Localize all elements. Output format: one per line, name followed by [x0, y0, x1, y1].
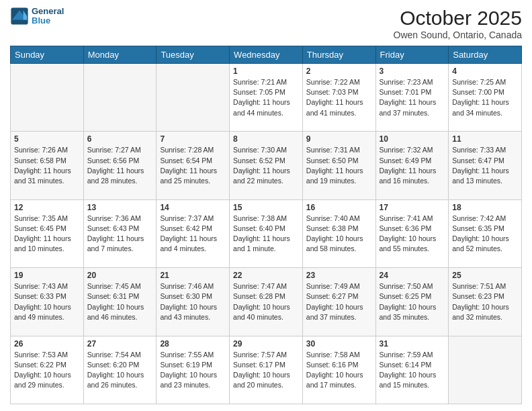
day-of-week-header: Friday — [375, 46, 449, 64]
day-info: Sunrise: 7:55 AM Sunset: 6:19 PM Dayligh… — [160, 350, 226, 391]
day-info: Sunrise: 7:50 AM Sunset: 6:25 PM Dayligh… — [380, 281, 445, 322]
calendar-day-cell — [449, 336, 522, 404]
day-info: Sunrise: 7:40 AM Sunset: 6:38 PM Dayligh… — [306, 214, 372, 255]
calendar-day-cell: 23Sunrise: 7:49 AM Sunset: 6:27 PM Dayli… — [302, 268, 375, 336]
calendar-day-cell: 19Sunrise: 7:43 AM Sunset: 6:33 PM Dayli… — [11, 268, 84, 336]
day-number: 1 — [233, 66, 299, 76]
day-number: 22 — [233, 271, 299, 280]
calendar-day-cell: 17Sunrise: 7:41 AM Sunset: 6:36 PM Dayli… — [375, 199, 449, 267]
calendar-day-cell: 29Sunrise: 7:57 AM Sunset: 6:17 PM Dayli… — [230, 336, 303, 404]
calendar-day-cell: 25Sunrise: 7:51 AM Sunset: 6:23 PM Dayli… — [449, 268, 522, 336]
day-info: Sunrise: 7:43 AM Sunset: 6:33 PM Dayligh… — [14, 281, 80, 322]
calendar-week-row: 1Sunrise: 7:21 AM Sunset: 7:05 PM Daylig… — [11, 64, 522, 132]
calendar-day-cell: 7Sunrise: 7:28 AM Sunset: 6:54 PM Daylig… — [157, 132, 230, 199]
day-info: Sunrise: 7:41 AM Sunset: 6:36 PM Dayligh… — [380, 214, 445, 255]
calendar-day-cell: 15Sunrise: 7:38 AM Sunset: 6:40 PM Dayli… — [230, 199, 303, 267]
day-number: 21 — [160, 271, 226, 280]
day-number: 7 — [160, 134, 226, 144]
day-of-week-header: Saturday — [449, 46, 522, 64]
day-info: Sunrise: 7:58 AM Sunset: 6:16 PM Dayligh… — [306, 350, 372, 391]
day-info: Sunrise: 7:33 AM Sunset: 6:47 PM Dayligh… — [452, 145, 518, 186]
day-info: Sunrise: 7:22 AM Sunset: 7:03 PM Dayligh… — [306, 77, 372, 118]
day-number: 12 — [14, 203, 80, 212]
day-number: 4 — [452, 66, 518, 76]
day-number: 8 — [233, 134, 299, 144]
calendar-day-cell: 30Sunrise: 7:58 AM Sunset: 6:16 PM Dayli… — [302, 336, 375, 404]
subtitle: Owen Sound, Ontario, Canada — [394, 30, 522, 40]
day-number: 15 — [233, 203, 299, 212]
calendar-day-cell: 20Sunrise: 7:45 AM Sunset: 6:31 PM Dayli… — [83, 268, 157, 336]
day-number: 18 — [452, 203, 518, 212]
day-number: 11 — [452, 134, 518, 144]
title-block: October 2025 Owen Sound, Ontario, Canada — [394, 7, 522, 40]
day-number: 17 — [380, 203, 445, 212]
calendar-day-cell: 26Sunrise: 7:53 AM Sunset: 6:22 PM Dayli… — [11, 336, 84, 404]
day-of-week-header: Tuesday — [157, 46, 230, 64]
calendar-day-cell: 24Sunrise: 7:50 AM Sunset: 6:25 PM Dayli… — [375, 268, 449, 336]
day-of-week-header: Sunday — [11, 46, 84, 64]
day-info: Sunrise: 7:26 AM Sunset: 6:58 PM Dayligh… — [14, 145, 80, 186]
day-number: 10 — [380, 134, 445, 144]
calendar-day-cell: 9Sunrise: 7:31 AM Sunset: 6:50 PM Daylig… — [302, 132, 375, 199]
calendar-week-row: 19Sunrise: 7:43 AM Sunset: 6:33 PM Dayli… — [11, 268, 522, 336]
day-of-week-header: Thursday — [302, 46, 375, 64]
day-number: 31 — [380, 339, 445, 349]
day-info: Sunrise: 7:47 AM Sunset: 6:28 PM Dayligh… — [233, 281, 299, 322]
calendar-day-cell — [157, 64, 230, 132]
day-number: 9 — [306, 134, 372, 144]
day-number: 23 — [306, 271, 372, 280]
day-number: 28 — [160, 339, 226, 349]
day-info: Sunrise: 7:36 AM Sunset: 6:43 PM Dayligh… — [87, 214, 153, 255]
day-info: Sunrise: 7:59 AM Sunset: 6:14 PM Dayligh… — [380, 350, 445, 391]
calendar-day-cell: 8Sunrise: 7:30 AM Sunset: 6:52 PM Daylig… — [230, 132, 303, 199]
day-number: 2 — [306, 66, 372, 76]
day-info: Sunrise: 7:27 AM Sunset: 6:56 PM Dayligh… — [87, 145, 153, 186]
calendar-day-cell: 5Sunrise: 7:26 AM Sunset: 6:58 PM Daylig… — [11, 132, 84, 199]
calendar-day-cell: 2Sunrise: 7:22 AM Sunset: 7:03 PM Daylig… — [302, 64, 375, 132]
calendar-day-cell: 11Sunrise: 7:33 AM Sunset: 6:47 PM Dayli… — [449, 132, 522, 199]
page: General Blue October 2025 Owen Sound, On… — [0, 0, 532, 411]
calendar-day-cell: 21Sunrise: 7:46 AM Sunset: 6:30 PM Dayli… — [157, 268, 230, 336]
day-number: 27 — [87, 339, 153, 349]
calendar-day-cell — [11, 64, 84, 132]
day-info: Sunrise: 7:53 AM Sunset: 6:22 PM Dayligh… — [14, 350, 80, 391]
day-info: Sunrise: 7:35 AM Sunset: 6:45 PM Dayligh… — [14, 214, 80, 255]
day-info: Sunrise: 7:37 AM Sunset: 6:42 PM Dayligh… — [160, 214, 226, 255]
day-info: Sunrise: 7:32 AM Sunset: 6:49 PM Dayligh… — [380, 145, 445, 186]
calendar-day-cell: 14Sunrise: 7:37 AM Sunset: 6:42 PM Dayli… — [157, 199, 230, 267]
day-info: Sunrise: 7:23 AM Sunset: 7:01 PM Dayligh… — [380, 77, 445, 118]
calendar-day-cell — [83, 64, 157, 132]
day-number: 3 — [380, 66, 445, 76]
day-info: Sunrise: 7:25 AM Sunset: 7:00 PM Dayligh… — [452, 77, 518, 118]
day-info: Sunrise: 7:46 AM Sunset: 6:30 PM Dayligh… — [160, 281, 226, 322]
day-info: Sunrise: 7:54 AM Sunset: 6:20 PM Dayligh… — [87, 350, 153, 391]
day-info: Sunrise: 7:51 AM Sunset: 6:23 PM Dayligh… — [452, 281, 518, 322]
day-number: 5 — [14, 134, 80, 144]
calendar-day-cell: 28Sunrise: 7:55 AM Sunset: 6:19 PM Dayli… — [157, 336, 230, 404]
day-number: 6 — [87, 134, 153, 144]
calendar-day-cell: 12Sunrise: 7:35 AM Sunset: 6:45 PM Dayli… — [11, 199, 84, 267]
day-number: 30 — [306, 339, 372, 349]
day-info: Sunrise: 7:21 AM Sunset: 7:05 PM Dayligh… — [233, 77, 299, 118]
calendar-day-cell: 10Sunrise: 7:32 AM Sunset: 6:49 PM Dayli… — [375, 132, 449, 199]
calendar-day-cell: 4Sunrise: 7:25 AM Sunset: 7:00 PM Daylig… — [449, 64, 522, 132]
calendar-day-cell: 16Sunrise: 7:40 AM Sunset: 6:38 PM Dayli… — [302, 199, 375, 267]
calendar-week-row: 26Sunrise: 7:53 AM Sunset: 6:22 PM Dayli… — [11, 336, 522, 404]
calendar-day-cell: 3Sunrise: 7:23 AM Sunset: 7:01 PM Daylig… — [375, 64, 449, 132]
day-info: Sunrise: 7:30 AM Sunset: 6:52 PM Dayligh… — [233, 145, 299, 186]
day-number: 13 — [87, 203, 153, 212]
day-of-week-header: Wednesday — [230, 46, 303, 64]
day-number: 26 — [14, 339, 80, 349]
day-number: 19 — [14, 271, 80, 280]
day-of-week-header: Monday — [83, 46, 157, 64]
calendar-day-cell: 18Sunrise: 7:42 AM Sunset: 6:35 PM Dayli… — [449, 199, 522, 267]
day-info: Sunrise: 7:28 AM Sunset: 6:54 PM Dayligh… — [160, 145, 226, 186]
calendar-day-cell: 6Sunrise: 7:27 AM Sunset: 6:56 PM Daylig… — [83, 132, 157, 199]
day-info: Sunrise: 7:42 AM Sunset: 6:35 PM Dayligh… — [452, 214, 518, 255]
calendar-table: SundayMondayTuesdayWednesdayThursdayFrid… — [10, 46, 522, 404]
calendar-day-cell: 22Sunrise: 7:47 AM Sunset: 6:28 PM Dayli… — [230, 268, 303, 336]
day-number: 29 — [233, 339, 299, 349]
day-number: 14 — [160, 203, 226, 212]
calendar-header-row: SundayMondayTuesdayWednesdayThursdayFrid… — [11, 46, 522, 64]
calendar-day-cell: 13Sunrise: 7:36 AM Sunset: 6:43 PM Dayli… — [83, 199, 157, 267]
